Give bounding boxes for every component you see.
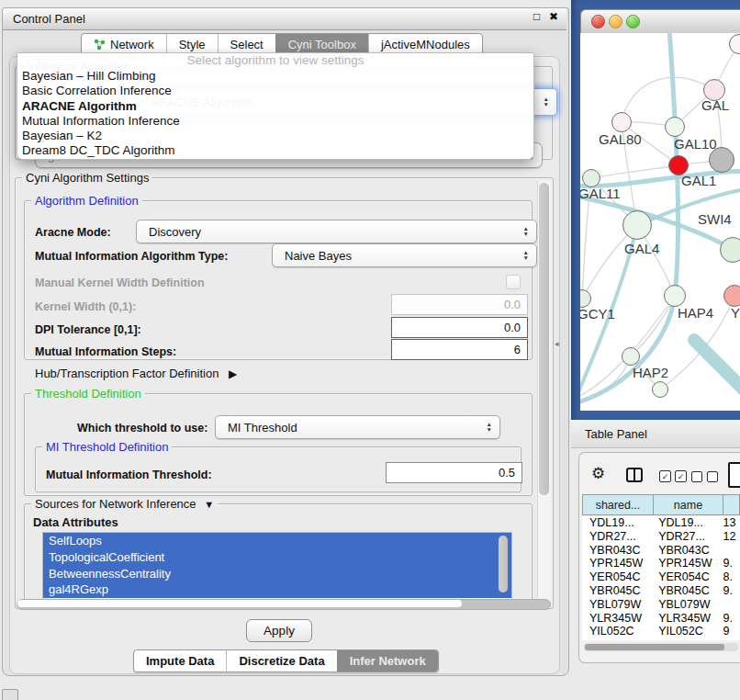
table-cell[interactable]: YBR045C (651, 584, 719, 598)
network-node-hap4[interactable] (664, 285, 686, 307)
column-header-name[interactable]: name (654, 495, 723, 514)
table-cell[interactable]: YPR145W (651, 557, 719, 570)
tab-impute-data[interactable]: Impute Data (134, 650, 226, 672)
algorithm-popup-item[interactable]: Bayesian – K2 (17, 129, 533, 143)
table-row[interactable]: YDL19...YDL19...13 (582, 516, 740, 530)
select-all-checkboxes-icon[interactable]: ✓ ✓ (659, 470, 687, 482)
aracne-mode-value: Discovery (149, 225, 201, 239)
network-node-label: SWI4 (698, 211, 732, 227)
column-header-partial[interactable] (723, 495, 739, 514)
table-cell[interactable] (719, 544, 740, 558)
table-cell[interactable]: 13 (719, 516, 740, 530)
mi-threshold-field[interactable]: 0.5 (386, 462, 522, 483)
network-node-hap2[interactable] (622, 347, 640, 366)
settings-scrollbar-thumb[interactable] (539, 183, 549, 495)
close-panel-icon[interactable]: ✖ (549, 10, 558, 23)
table-row[interactable]: YER054CYER054C8. (582, 570, 740, 584)
new-table-icon[interactable] (728, 462, 740, 488)
which-threshold-combo[interactable]: MI Threshold ▲▼ (215, 415, 500, 439)
aracne-mode-combo[interactable]: Discovery ▲▼ (136, 220, 537, 243)
tab-impute-data-label: Impute Data (146, 654, 214, 668)
table-cell[interactable]: YBL079W (651, 598, 719, 612)
table-row[interactable]: YBR045CYBR045C9. (582, 584, 740, 598)
minimize-window-icon[interactable] (609, 15, 622, 28)
table-cell[interactable]: YDL19... (651, 516, 719, 530)
table-cell[interactable] (719, 598, 740, 612)
close-window-icon[interactable] (591, 15, 605, 28)
network-node-y[interactable] (723, 285, 740, 307)
data-attribute-item[interactable]: SelfLoops (43, 533, 511, 549)
table-cell[interactable]: YDR27... (651, 530, 719, 544)
apply-button[interactable]: Apply (246, 619, 312, 642)
gear-icon[interactable]: ⚙ (591, 464, 605, 483)
settings-hscrollbar-thumb[interactable] (17, 600, 462, 607)
table-cell[interactable]: YLR345W (651, 612, 719, 626)
network-node-gal4[interactable] (622, 210, 652, 240)
network-edge[interactable] (694, 340, 740, 406)
mi-type-combo[interactable]: Naive Bayes ▲▼ (272, 243, 537, 267)
table-cell[interactable]: YER054C (582, 570, 651, 584)
network-node[interactable] (652, 381, 668, 398)
table-cell[interactable]: 9. (719, 612, 740, 626)
combo-stepper-icon: ▲▼ (523, 226, 529, 237)
splitter-collapse-icon[interactable]: ◂ (555, 339, 559, 348)
table-row[interactable]: YIL052CYIL052C9 (582, 625, 740, 638)
network-node-gal80[interactable] (611, 112, 632, 132)
data-attribute-item[interactable]: TopologicalCoefficient (43, 549, 511, 566)
algorithm-popup-item[interactable]: Dream8 DC_TDC Algorithm (17, 143, 533, 158)
float-panel-icon[interactable]: □ (533, 10, 540, 23)
deselect-all-checkboxes-icon[interactable] (691, 471, 718, 482)
zoom-window-icon[interactable] (626, 15, 640, 28)
table-cell[interactable]: YBL079W (582, 598, 651, 612)
table-cell[interactable]: 9. (719, 557, 740, 570)
minimized-panel-icon[interactable] (2, 689, 18, 700)
network-node[interactable] (709, 147, 734, 173)
algorithm-popup-item[interactable]: Basic Correlation Inference (17, 84, 533, 98)
table-row[interactable]: YBR043CYBR043C (582, 544, 740, 558)
data-attribute-item[interactable]: BetweennessCentrality (43, 566, 511, 582)
table-cell[interactable]: YLR345W (582, 612, 651, 626)
table-cell[interactable]: YER054C (651, 570, 719, 584)
manual-kernel-checkbox[interactable] (506, 275, 521, 289)
table-cell[interactable]: 12 (719, 530, 740, 544)
table-body: YDL19...YDL19...13YDR27...YDR27...12YBR0… (582, 516, 740, 640)
table-row[interactable]: YPR145WYPR145W9. (582, 557, 740, 570)
table-hscrollbar-thumb[interactable] (585, 644, 724, 650)
network-node-swi4[interactable] (720, 237, 740, 263)
network-edge[interactable] (622, 77, 714, 122)
network-edge[interactable] (591, 165, 678, 178)
table-cell[interactable]: YPR145W (582, 557, 651, 570)
tab-discretize-data[interactable]: Discretize Data (226, 650, 336, 672)
algorithm-popup-item[interactable]: Bayesian – Hill Climbing (17, 69, 533, 84)
hub-definition-disclosure[interactable]: Hub/Transcription Factor Definition ▶ (35, 367, 237, 380)
tab-infer-network[interactable]: Infer Network (337, 650, 438, 672)
table-cell[interactable]: 8. (719, 570, 740, 584)
mi-steps-field[interactable]: 6 (391, 339, 528, 360)
table-cell[interactable]: YDR27... (582, 530, 651, 544)
network-node-gal10[interactable] (665, 117, 685, 137)
table-cell[interactable]: YBR045C (582, 584, 651, 598)
table-cell[interactable]: YBR043C (651, 544, 719, 558)
kernel-width-field[interactable]: 0.0 (391, 294, 528, 315)
table-cell[interactable]: YBR043C (582, 544, 651, 558)
sources-group-disclosure[interactable]: Sources for Network Inference ▼ (31, 497, 218, 511)
table-cell[interactable]: YIL052C (582, 625, 651, 638)
network-node-gal11[interactable] (582, 169, 600, 187)
table-cell[interactable]: 9 (719, 625, 740, 638)
tab-infer-network-label: Infer Network (350, 654, 426, 668)
dpi-tolerance-field[interactable]: 0.0 (391, 317, 528, 338)
split-columns-icon[interactable] (626, 468, 643, 482)
network-canvas[interactable]: GALGAL80GAL10GAL1GAL11GAL4SWI4GCY1HAP4YH… (580, 33, 740, 411)
algorithm-popup-item[interactable]: ARACNE Algorithm (17, 99, 533, 114)
table-row[interactable]: YDR27...YDR27...12 (582, 530, 740, 544)
table-row[interactable]: YBL079WYBL079W (582, 598, 740, 612)
table-cell[interactable]: YIL052C (651, 625, 719, 638)
data-attribute-item[interactable]: gal4RGexp (43, 581, 511, 598)
attributes-scrollbar-thumb[interactable] (499, 536, 508, 593)
manual-kernel-label: Manual Kernel Width Definition (35, 277, 205, 289)
table-cell[interactable]: YDL19... (582, 516, 651, 530)
column-header-shared-name[interactable]: shared... (583, 495, 654, 514)
table-cell[interactable]: 9. (719, 584, 740, 598)
table-row[interactable]: YLR345WYLR345W9. (582, 612, 740, 626)
algorithm-popup-item[interactable]: Mutual Information Inference (17, 114, 533, 129)
